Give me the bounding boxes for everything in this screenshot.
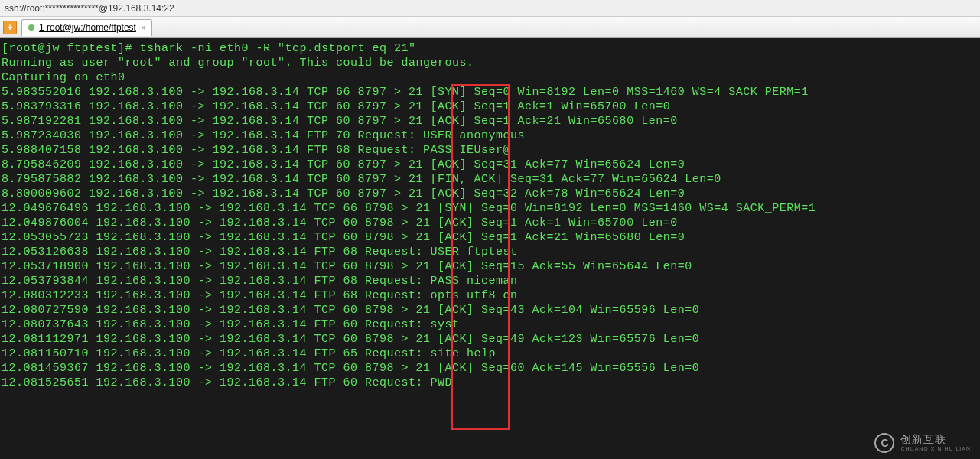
tab-bar: + 1 root@jw:/home/ftptest × (0, 17, 980, 38)
terminal-output[interactable]: [root@jw ftptest]# tshark -ni eth0 -R "t… (0, 38, 980, 459)
terminal-line: 12.081150710 192.168.3.100 -> 192.168.3.… (2, 347, 978, 361)
window-title-text: ssh://root:***************@192.168.3.14:… (5, 3, 174, 14)
terminal-line: 8.795875882 192.168.3.100 -> 192.168.3.1… (2, 172, 978, 187)
terminal-line: 12.053055723 192.168.3.100 -> 192.168.3.… (2, 230, 978, 245)
terminal-line: 5.983552016 192.168.3.100 -> 192.168.3.1… (2, 85, 978, 99)
tab-label: 1 root@jw:/home/ftptest (39, 22, 136, 33)
terminal-line: 5.987234030 192.168.3.100 -> 192.168.3.1… (2, 129, 978, 143)
terminal-line: [root@jw ftptest]# tshark -ni eth0 -R "t… (2, 41, 978, 56)
terminal-line: 12.080727590 192.168.3.100 -> 192.168.3.… (2, 303, 978, 317)
terminal-line: 5.988407158 192.168.3.100 -> 192.168.3.1… (2, 143, 978, 158)
terminal-line: 8.800009602 192.168.3.100 -> 192.168.3.1… (2, 187, 978, 201)
terminal-line: 12.053718900 192.168.3.100 -> 192.168.3.… (2, 259, 978, 274)
terminal-line: 12.049676496 192.168.3.100 -> 192.168.3.… (2, 201, 978, 216)
tab-active[interactable]: 1 root@jw:/home/ftptest × (21, 19, 152, 36)
terminal-line: 12.080737643 192.168.3.100 -> 192.168.3.… (2, 317, 978, 332)
terminal-line: 5.983793316 192.168.3.100 -> 192.168.3.1… (2, 99, 978, 114)
window-title-bar: ssh://root:***************@192.168.3.14:… (0, 0, 980, 17)
terminal-line: 12.081112971 192.168.3.100 -> 192.168.3.… (2, 332, 978, 347)
close-icon[interactable]: × (141, 23, 145, 32)
status-dot-icon (28, 24, 34, 31)
terminal-line: 12.049876004 192.168.3.100 -> 192.168.3.… (2, 216, 978, 230)
terminal-line: 12.080312233 192.168.3.100 -> 192.168.3.… (2, 288, 978, 303)
terminal-line: 12.053793844 192.168.3.100 -> 192.168.3.… (2, 274, 978, 288)
terminal-line: Capturing on eth0 (2, 70, 978, 85)
plus-icon: + (7, 22, 12, 33)
terminal-line: 8.795846209 192.168.3.100 -> 192.168.3.1… (2, 158, 978, 172)
watermark-en: CHUANG XIN HU LIAN (900, 446, 971, 452)
watermark-logo-icon: C (874, 433, 894, 453)
add-tab-button[interactable]: + (3, 21, 17, 34)
terminal-line: 5.987192281 192.168.3.100 -> 192.168.3.1… (2, 114, 978, 129)
watermark: C 创新互联 CHUANG XIN HU LIAN (874, 433, 971, 453)
terminal-line: 12.053126638 192.168.3.100 -> 192.168.3.… (2, 245, 978, 259)
terminal-line: Running as user "root" and group "root".… (2, 56, 978, 70)
terminal-line: 12.081525651 192.168.3.100 -> 192.168.3.… (2, 376, 978, 390)
watermark-cn: 创新互联 (900, 434, 971, 445)
terminal-line: 12.081459367 192.168.3.100 -> 192.168.3.… (2, 361, 978, 376)
